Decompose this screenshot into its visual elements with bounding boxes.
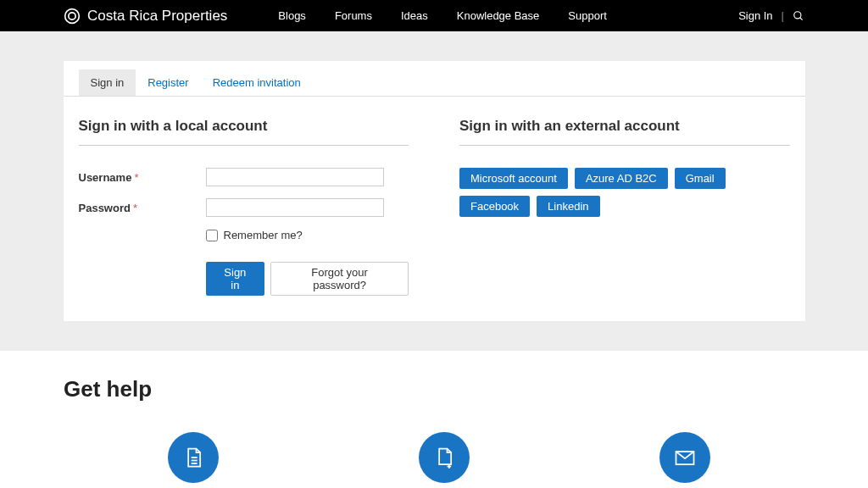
- primary-nav: Blogs Forums Ideas Knowledge Base Suppor…: [278, 9, 607, 22]
- svg-point-1: [69, 12, 75, 19]
- separator: |: [782, 9, 784, 22]
- document-plus-icon: [419, 432, 470, 483]
- nav-forums[interactable]: Forums: [335, 9, 372, 22]
- nav-blogs[interactable]: Blogs: [278, 9, 306, 22]
- username-row: Username*: [79, 168, 409, 186]
- help-card-browse-kb[interactable]: Browse the KB: [153, 432, 231, 488]
- password-row: Password*: [79, 198, 409, 217]
- external-heading: Sign in with an external account: [459, 118, 790, 146]
- signin-panel: Sign in Register Redeem invitation Sign …: [64, 61, 805, 321]
- provider-linkedin[interactable]: Linkedin: [537, 196, 599, 217]
- auth-tabs: Sign in Register Redeem invitation: [64, 61, 805, 97]
- provider-azure-ad-b2c[interactable]: Azure AD B2C: [575, 168, 668, 189]
- nav-support[interactable]: Support: [568, 9, 607, 22]
- external-providers: Microsoft account Azure AD B2C Gmail Fac…: [459, 168, 790, 217]
- signin-link[interactable]: Sign In: [738, 9, 772, 22]
- nav-knowledge-base[interactable]: Knowledge Base: [457, 9, 540, 22]
- mail-icon: [659, 432, 710, 483]
- topbar-right: Sign In |: [738, 9, 804, 22]
- provider-gmail[interactable]: Gmail: [675, 168, 726, 189]
- forgot-password-button[interactable]: Forgot your password?: [270, 262, 409, 296]
- signin-button[interactable]: Sign in: [206, 262, 265, 296]
- svg-point-0: [65, 8, 80, 23]
- remember-row: Remember me?: [206, 229, 409, 241]
- provider-microsoft[interactable]: Microsoft account: [459, 168, 568, 189]
- document-icon: [168, 432, 219, 483]
- search-icon[interactable]: [793, 10, 804, 22]
- required-marker: *: [133, 202, 137, 214]
- username-input[interactable]: [206, 168, 384, 186]
- top-bar: Costa Rica Properties Blogs Forums Ideas…: [0, 0, 868, 31]
- required-marker: *: [134, 171, 138, 184]
- signin-content: Sign in with a local account Username* P…: [64, 97, 805, 321]
- brand-title: Costa Rica Properties: [87, 8, 227, 25]
- provider-facebook[interactable]: Facebook: [459, 196, 530, 217]
- help-card-contact-us[interactable]: Contact Us: [656, 432, 715, 488]
- help-card-create-case[interactable]: Create Case: [412, 432, 476, 488]
- svg-point-2: [794, 11, 801, 18]
- local-actions: Sign in Forgot your password?: [206, 262, 409, 296]
- local-signin-column: Sign in with a local account Username* P…: [79, 118, 409, 296]
- external-signin-column: Sign in with an external account Microso…: [459, 118, 790, 296]
- tab-redeem[interactable]: Redeem invitation: [201, 69, 313, 96]
- help-heading: Get help: [64, 376, 804, 402]
- brand[interactable]: Costa Rica Properties: [64, 8, 227, 25]
- password-label: Password*: [79, 202, 206, 214]
- tab-register[interactable]: Register: [136, 69, 200, 96]
- help-section: Get help Browse the KB Create Case Conta…: [0, 351, 868, 488]
- remember-checkbox[interactable]: [206, 230, 218, 241]
- brand-logo-icon: [64, 8, 81, 25]
- help-cards: Browse the KB Create Case Contact Us: [64, 432, 804, 488]
- svg-line-3: [800, 17, 803, 19]
- username-label: Username*: [79, 171, 206, 184]
- tab-signin[interactable]: Sign in: [79, 69, 136, 96]
- remember-label: Remember me?: [224, 229, 303, 241]
- local-heading: Sign in with a local account: [79, 118, 409, 146]
- password-input[interactable]: [206, 198, 384, 217]
- nav-ideas[interactable]: Ideas: [401, 9, 428, 22]
